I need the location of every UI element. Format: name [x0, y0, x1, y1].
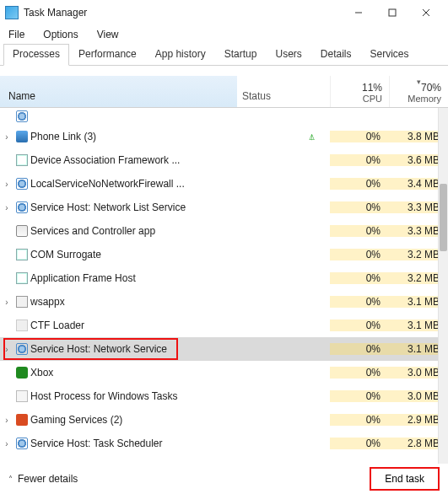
process-cpu: 0% [330, 131, 389, 142]
process-row[interactable]: ›Phone Link (3)⍋0%3.8 MB [0, 125, 448, 148]
process-row[interactable]: ›LocalServiceNoNetworkFirewall ...0%3.4 … [0, 172, 448, 196]
process-row[interactable]: Host Process for Windows Tasks0%3.0 MB [0, 384, 448, 408]
tab-app-history[interactable]: App history [146, 44, 215, 65]
process-row[interactable]: ›Service Host: Task Scheduler0%2.8 MB [0, 432, 448, 455]
gear-icon [13, 110, 30, 122]
gear-icon [13, 438, 30, 449]
chevron-up-icon: ˄ [8, 475, 13, 484]
process-cpu: 0% [330, 390, 389, 402]
gaming-icon [13, 414, 30, 426]
process-cpu: 0% [330, 178, 389, 190]
process-row[interactable]: Xbox0%3.0 MB [0, 361, 448, 384]
wsappx-icon [13, 296, 30, 308]
process-cpu: 0% [330, 225, 389, 237]
expander-icon[interactable]: › [0, 439, 13, 448]
process-row[interactable]: Application Frame Host0%3.2 MB [0, 266, 448, 290]
process-row[interactable] [0, 108, 448, 125]
process-row[interactable]: CTF Loader0%3.1 MB [0, 314, 448, 337]
tab-bar: ProcessesPerformanceApp historyStartupUs… [0, 44, 448, 66]
window-icon [13, 249, 30, 260]
process-name: Application Frame Host [30, 272, 237, 284]
cpu-percent: 11% [362, 82, 382, 94]
footer: ˄ Fewer details End task [0, 464, 448, 494]
window-title: Task Manager [24, 7, 87, 19]
process-cpu: 0% [330, 272, 389, 284]
gear-icon [13, 201, 30, 213]
process-cpu: 0% [330, 201, 389, 213]
process-name: CTF Loader [30, 319, 237, 331]
process-name: Host Process for Windows Tasks [30, 390, 237, 402]
tab-processes[interactable]: Processes [3, 44, 69, 66]
process-row[interactable]: ›wsappx0%3.1 MB [0, 290, 448, 314]
leaf-icon: ⍋ [309, 131, 315, 142]
expander-icon[interactable]: › [0, 298, 13, 307]
fewer-details-toggle[interactable]: ˄ Fewer details [8, 473, 78, 485]
expander-icon[interactable]: › [0, 180, 13, 189]
expander-icon[interactable]: › [0, 132, 13, 142]
process-name: Gaming Services (2) [30, 414, 237, 426]
process-name: Service Host: Network List Service [30, 201, 237, 213]
expander-icon[interactable]: › [0, 416, 13, 425]
process-cpu: 0% [330, 249, 389, 260]
tab-details[interactable]: Details [311, 44, 361, 65]
expander-icon[interactable]: › [0, 203, 13, 212]
process-cpu: 0% [330, 296, 389, 308]
scrollbar-thumb[interactable] [440, 184, 447, 251]
host-icon [13, 390, 30, 402]
fewer-details-label: Fewer details [18, 473, 78, 485]
process-cpu: 0% [330, 414, 389, 426]
menu-options[interactable]: Options [40, 27, 81, 42]
process-cpu: 0% [330, 343, 389, 355]
sort-indicator-icon: ▾ [417, 78, 421, 86]
close-button[interactable] [409, 3, 443, 22]
table-header: Name Status 11% CPU ▾ 70% Memory [0, 76, 448, 108]
xbox-icon [13, 367, 30, 379]
column-header-cpu[interactable]: 11% CPU [330, 76, 389, 107]
app-icon [5, 6, 19, 19]
process-name: Services and Controller app [30, 225, 237, 237]
process-cpu: 0% [330, 319, 389, 331]
process-row[interactable]: Services and Controller app0%3.3 MB [0, 219, 448, 243]
column-header-memory[interactable]: ▾ 70% Memory [389, 76, 448, 107]
process-name: Phone Link (3) [30, 131, 237, 142]
process-name: COM Surrogate [30, 249, 237, 260]
column-header-status[interactable]: Status [237, 76, 330, 107]
phone-icon [13, 131, 30, 142]
menu-bar: File Options View [0, 25, 448, 44]
tab-performance[interactable]: Performance [69, 44, 146, 65]
process-name: Service Host: Task Scheduler [30, 438, 237, 449]
process-row[interactable]: ›Service Host: Network Service0%3.1 MB [0, 337, 448, 361]
maximize-button[interactable] [375, 3, 409, 22]
vertical-scrollbar[interactable] [438, 108, 448, 470]
tab-users[interactable]: Users [266, 44, 310, 65]
menu-file[interactable]: File [5, 27, 28, 42]
process-name: Service Host: Network Service [30, 343, 237, 355]
minimize-button[interactable] [342, 3, 375, 22]
process-row[interactable]: ›Service Host: Network List Service0%3.3… [0, 196, 448, 219]
tab-startup[interactable]: Startup [215, 44, 267, 65]
process-name: Xbox [30, 367, 237, 379]
process-cpu: 0% [330, 367, 389, 379]
titlebar: Task Manager [0, 0, 448, 25]
menu-view[interactable]: View [94, 27, 122, 42]
process-row[interactable]: ›Gaming Services (2)0%2.9 MB [0, 408, 448, 432]
process-row[interactable]: Device Association Framework ...0%3.6 MB [0, 148, 448, 172]
svg-rect-1 [389, 9, 396, 16]
column-header-name[interactable]: Name [0, 76, 237, 107]
process-cpu: 0% [330, 154, 389, 166]
gear-icon [13, 178, 30, 190]
process-list[interactable]: ›Phone Link (3)⍋0%3.8 MBDevice Associati… [0, 108, 448, 470]
expander-icon[interactable]: › [0, 345, 13, 354]
ctf-icon [13, 319, 30, 331]
tab-services[interactable]: Services [361, 44, 418, 65]
end-task-button[interactable]: End task [370, 467, 440, 491]
process-row[interactable]: COM Surrogate0%3.2 MB [0, 243, 448, 266]
window-icon [13, 272, 30, 284]
process-name: Device Association Framework ... [30, 154, 237, 166]
memory-percent: 70% [421, 82, 441, 94]
gear-icon [13, 343, 30, 355]
process-name: LocalServiceNoNetworkFirewall ... [30, 178, 237, 190]
process-cpu: 0% [330, 438, 389, 449]
services-icon [13, 225, 30, 237]
window-icon [13, 154, 30, 166]
